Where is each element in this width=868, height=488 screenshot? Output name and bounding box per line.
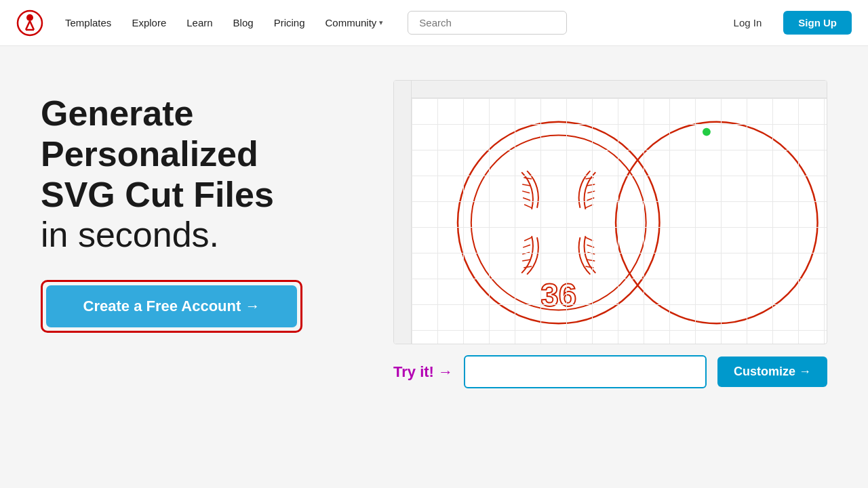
- nav-auth-buttons: Log In Sign Up: [720, 11, 852, 35]
- nav-item-blog[interactable]: Blog: [225, 12, 262, 34]
- hero-heading: Generate Personalized SVG Cut Files in s…: [41, 94, 353, 256]
- nav-item-explore[interactable]: Explore: [123, 12, 174, 34]
- nav-item-learn[interactable]: Learn: [178, 12, 220, 34]
- heading-line2: Personalized: [41, 134, 353, 175]
- navbar: Templates Explore Learn Blog Pricing Com…: [0, 0, 868, 46]
- signup-button[interactable]: Sign Up: [783, 11, 852, 35]
- hero-left-content: Generate Personalized SVG Cut Files in s…: [41, 80, 353, 333]
- heading-line1: Generate: [41, 94, 353, 134]
- cta-wrapper: Create a Free Account →: [41, 280, 302, 333]
- nav-item-pricing[interactable]: Pricing: [266, 12, 313, 34]
- canvas-grid: [412, 98, 827, 344]
- try-it-label: Try it! →: [393, 363, 453, 381]
- create-account-button[interactable]: Create a Free Account →: [46, 285, 297, 327]
- hero-section: Generate Personalized SVG Cut Files in s…: [0, 46, 868, 488]
- search-input[interactable]: [408, 11, 567, 35]
- canvas-content: 36: [412, 98, 827, 344]
- nav-item-community[interactable]: Community ▾: [317, 12, 392, 34]
- login-button[interactable]: Log In: [720, 12, 776, 34]
- try-it-input[interactable]: [464, 355, 707, 388]
- svg-line-2: [26, 21, 30, 30]
- nav-item-templates[interactable]: Templates: [57, 12, 119, 34]
- svg-point-1: [26, 14, 33, 21]
- logo[interactable]: [16, 9, 43, 37]
- ruler-left: [394, 81, 412, 344]
- nav-links: Templates Explore Learn Blog Pricing Com…: [57, 12, 391, 34]
- customize-button[interactable]: Customize →: [717, 357, 827, 387]
- heading-line3: SVG Cut Files: [41, 175, 353, 216]
- hero-right-content: 36 Try it! → Customize →: [393, 80, 827, 388]
- svg-line-3: [30, 21, 34, 30]
- svg-canvas: 36: [393, 80, 827, 344]
- heading-line4: in seconds.: [41, 215, 353, 256]
- chevron-down-icon: ▾: [379, 18, 383, 27]
- ruler-top: [394, 81, 827, 98]
- try-it-row: Try it! → Customize →: [393, 355, 827, 388]
